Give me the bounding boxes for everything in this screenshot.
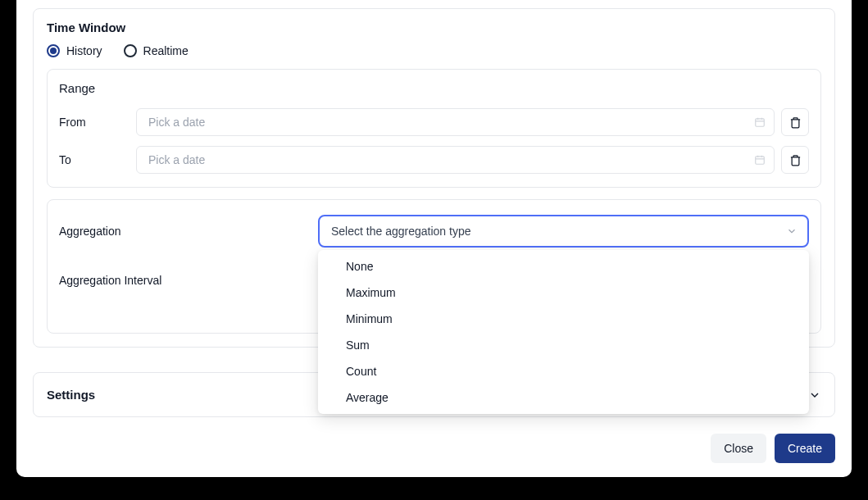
radio-history-label: History xyxy=(66,44,102,57)
calendar-icon xyxy=(754,154,766,166)
aggregation-label: Aggregation xyxy=(59,225,318,238)
aggregation-select-placeholder: Select the aggregation type xyxy=(331,225,470,238)
settings-title: Settings xyxy=(47,388,95,402)
modal-content: Time Window History Realtime Range From … xyxy=(16,8,852,417)
from-clear-button[interactable] xyxy=(781,108,809,136)
radio-realtime-label: Realtime xyxy=(143,44,189,57)
time-window-panel: Time Window History Realtime Range From … xyxy=(33,8,835,348)
modal-container: Time Window History Realtime Range From … xyxy=(16,0,852,477)
calendar-icon xyxy=(754,116,766,128)
aggregation-option-none[interactable]: None xyxy=(318,253,809,280)
range-panel: Range From Pick a date xyxy=(47,69,821,188)
aggregation-dropdown: None Maximum Minimum Sum Count Average xyxy=(318,250,809,414)
svg-rect-0 xyxy=(756,119,765,126)
range-from-row: From Pick a date xyxy=(59,108,809,136)
svg-rect-1 xyxy=(756,157,765,164)
trash-icon xyxy=(789,154,802,166)
to-clear-button[interactable] xyxy=(781,146,809,174)
aggregation-option-maximum[interactable]: Maximum xyxy=(318,280,809,306)
to-placeholder-text: Pick a date xyxy=(148,153,205,166)
radio-realtime-indicator xyxy=(124,44,137,57)
to-label: To xyxy=(59,153,136,166)
range-title: Range xyxy=(59,81,809,95)
radio-realtime[interactable]: Realtime xyxy=(124,44,189,57)
to-date-input[interactable]: Pick a date xyxy=(136,146,775,174)
aggregation-option-sum[interactable]: Sum xyxy=(318,332,809,358)
modal-footer: Close Create xyxy=(16,417,852,480)
trash-icon xyxy=(789,116,802,129)
close-button[interactable]: Close xyxy=(711,434,766,463)
aggregation-option-count[interactable]: Count xyxy=(318,358,809,384)
time-window-radio-group: History Realtime xyxy=(47,44,821,57)
aggregation-interval-label: Aggregation Interval xyxy=(59,274,318,287)
time-window-title: Time Window xyxy=(47,20,821,34)
from-date-input[interactable]: Pick a date xyxy=(136,108,775,136)
range-to-row: To Pick a date xyxy=(59,146,809,174)
radio-history-indicator xyxy=(47,44,60,57)
create-button[interactable]: Create xyxy=(775,434,835,463)
chevron-down-icon xyxy=(786,225,798,237)
from-label: From xyxy=(59,116,136,129)
aggregation-select[interactable]: Select the aggregation type xyxy=(318,215,809,248)
aggregation-row: Aggregation Select the aggregation type xyxy=(59,215,809,248)
chevron-down-icon xyxy=(808,389,821,402)
aggregation-option-minimum[interactable]: Minimum xyxy=(318,306,809,332)
aggregation-panel: Aggregation Select the aggregation type … xyxy=(47,199,821,334)
aggregation-option-average[interactable]: Average xyxy=(318,384,809,411)
from-placeholder-text: Pick a date xyxy=(148,116,205,129)
radio-history[interactable]: History xyxy=(47,44,102,57)
